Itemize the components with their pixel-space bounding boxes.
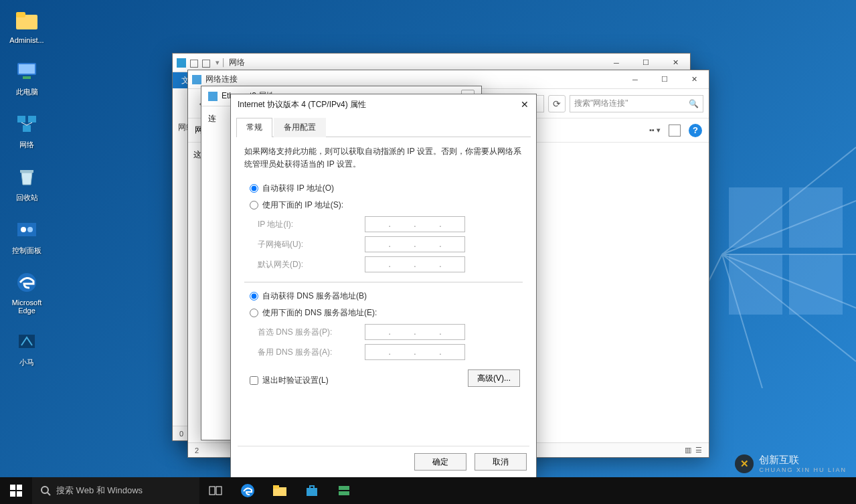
dialog-title: Internet 协议版本 4 (TCP/IPv4) 属性 <box>238 99 366 110</box>
radio-manual-ip-row[interactable]: 使用下面的 IP 地址(S): <box>250 199 523 211</box>
taskbar-app-store[interactable] <box>296 477 328 504</box>
radio-manual-ip[interactable] <box>250 201 258 209</box>
radio-manual-dns-label[interactable]: 使用下面的 DNS 服务器地址(E): <box>262 307 377 319</box>
tab-general[interactable]: 常规 <box>236 118 272 137</box>
dialog-ipv4-properties: Internet 协议版本 4 (TCP/IPv4) 属性 ✕ 常规 备用配置 … <box>230 94 537 481</box>
description-text: 如果网络支持此功能，则可以获取自动指派的 IP 设置。否则，你需要从网络系统管理… <box>244 145 523 171</box>
taskbar-search[interactable]: 搜索 Web 和 Windows <box>32 477 199 504</box>
watermark-logo-icon: ✕ <box>735 454 754 473</box>
svg-rect-27 <box>177 58 186 68</box>
window-title: 网络 <box>229 57 602 68</box>
dialog-body: 如果网络支持此功能，则可以获取自动指派的 IP 设置。否则，你需要从网络系统管理… <box>231 137 536 446</box>
radio-auto-dns[interactable] <box>250 292 258 301</box>
refresh-button[interactable]: ⟳ <box>548 95 566 112</box>
radio-auto-ip[interactable] <box>250 184 258 193</box>
svg-rect-37 <box>216 487 222 495</box>
taskview-button[interactable] <box>199 477 232 504</box>
titlebar[interactable]: Internet 协议版本 4 (TCP/IPv4) 属性 ✕ <box>231 94 536 114</box>
server-icon <box>337 484 351 497</box>
svg-rect-31 <box>17 485 22 490</box>
app-icon <box>13 328 40 355</box>
qat-icon[interactable] <box>201 58 210 68</box>
taskbar-app-edge[interactable] <box>232 477 264 504</box>
advanced-button[interactable]: 高级(V)... <box>468 369 520 387</box>
svg-line-19 <box>21 122 27 125</box>
desktop-icon-edge[interactable]: Microsoft Edge <box>7 269 47 315</box>
taskview-icon <box>209 485 222 496</box>
tab-alternate[interactable]: 备用配置 <box>274 118 326 137</box>
adapter-icon <box>208 92 218 101</box>
svg-rect-8 <box>789 187 843 248</box>
window-title: 网络连接 <box>201 74 620 85</box>
svg-rect-43 <box>339 491 349 495</box>
desktop-icon-xiaoma[interactable]: 小马 <box>7 328 47 367</box>
svg-line-35 <box>48 493 50 495</box>
svg-line-3 <box>722 254 856 308</box>
svg-line-4 <box>722 254 856 361</box>
desktop-icons: Administ... 此电脑 网络 回收站 控制面板 Microsoft Ed… <box>7 7 47 367</box>
svg-rect-32 <box>10 491 15 497</box>
radio-auto-dns-label[interactable]: 自动获得 DNS 服务器地址(B) <box>262 290 367 302</box>
view-dropdown-icon[interactable]: ▪▪ ▾ <box>649 126 661 135</box>
view-icon-large[interactable]: ▥ <box>685 446 691 454</box>
search-icon <box>40 485 51 496</box>
search-box[interactable]: 搜索"网络连接" 🔍 <box>570 95 703 112</box>
svg-point-24 <box>27 227 33 232</box>
svg-rect-17 <box>28 116 36 122</box>
svg-rect-15 <box>23 76 31 79</box>
help-icon[interactable]: ? <box>689 124 702 137</box>
desktop-icon-administrator[interactable]: Administ... <box>7 7 47 44</box>
radio-manual-dns-row[interactable]: 使用下面的 DNS 服务器地址(E): <box>250 307 523 319</box>
network-small-icon <box>177 58 186 68</box>
taskbar: 搜索 Web 和 Windows <box>0 477 856 504</box>
close-button[interactable]: ✕ <box>517 97 532 112</box>
radio-auto-dns-row[interactable]: 自动获得 DNS 服务器地址(B) <box>250 290 523 302</box>
close-button[interactable]: ✕ <box>679 70 709 89</box>
desktop-icon-thispc[interactable]: 此电脑 <box>7 58 47 97</box>
view-toggle-icon[interactable] <box>669 124 681 137</box>
svg-line-20 <box>27 122 32 125</box>
edge-icon <box>13 269 40 296</box>
svg-line-0 <box>722 147 856 254</box>
svg-rect-10 <box>789 254 843 315</box>
svg-rect-16 <box>17 116 25 122</box>
desktop-icon-controlpanel[interactable]: 控制面板 <box>7 216 47 256</box>
taskbar-app-explorer[interactable] <box>264 477 296 504</box>
svg-line-5 <box>722 254 762 388</box>
folder-icon <box>272 485 287 497</box>
checkbox-validate-label[interactable]: 退出时验证设置(L) <box>262 375 329 386</box>
svg-point-34 <box>41 487 48 493</box>
desktop-icon-network[interactable]: 网络 <box>7 110 47 150</box>
start-button[interactable] <box>0 477 32 504</box>
svg-rect-40 <box>273 485 279 489</box>
maximize-button[interactable]: ☐ <box>650 70 679 89</box>
radio-manual-dns[interactable] <box>250 309 258 317</box>
search-icon: 🔍 <box>689 99 699 108</box>
input-ip-address: ... <box>365 216 465 232</box>
taskbar-app-server[interactable] <box>328 477 360 504</box>
radio-auto-ip-label[interactable]: 自动获得 IP 地址(O) <box>262 183 334 194</box>
svg-rect-9 <box>729 254 782 315</box>
svg-rect-14 <box>19 64 35 74</box>
input-preferred-dns: ... <box>365 324 465 340</box>
netconn-icon <box>192 75 201 84</box>
checkbox-validate-row[interactable]: 退出时验证设置(L) <box>250 375 329 386</box>
svg-rect-12 <box>16 12 25 17</box>
label-gateway: 默认网关(D): <box>258 259 365 270</box>
label-preferred-dns: 首选 DNS 服务器(P): <box>258 327 365 338</box>
minimize-button[interactable]: ─ <box>620 70 650 89</box>
radio-manual-ip-label[interactable]: 使用下面的 IP 地址(S): <box>262 199 343 211</box>
cancel-button[interactable]: 取消 <box>475 453 527 471</box>
label-subnet-mask: 子网掩码(U): <box>258 239 365 250</box>
view-icon-details[interactable]: ☰ <box>695 446 702 454</box>
label-ip: IP 地址(I): <box>258 219 365 230</box>
ok-button[interactable]: 确定 <box>414 453 466 471</box>
qat-icon[interactable] <box>189 58 198 68</box>
svg-rect-42 <box>339 486 349 490</box>
radio-auto-ip-row[interactable]: 自动获得 IP 地址(O) <box>250 183 523 194</box>
svg-rect-18 <box>23 125 31 132</box>
pc-icon <box>13 58 40 84</box>
desktop-icon-recycle[interactable]: 回收站 <box>7 163 47 203</box>
checkbox-validate[interactable] <box>250 376 258 385</box>
svg-rect-36 <box>209 487 215 495</box>
